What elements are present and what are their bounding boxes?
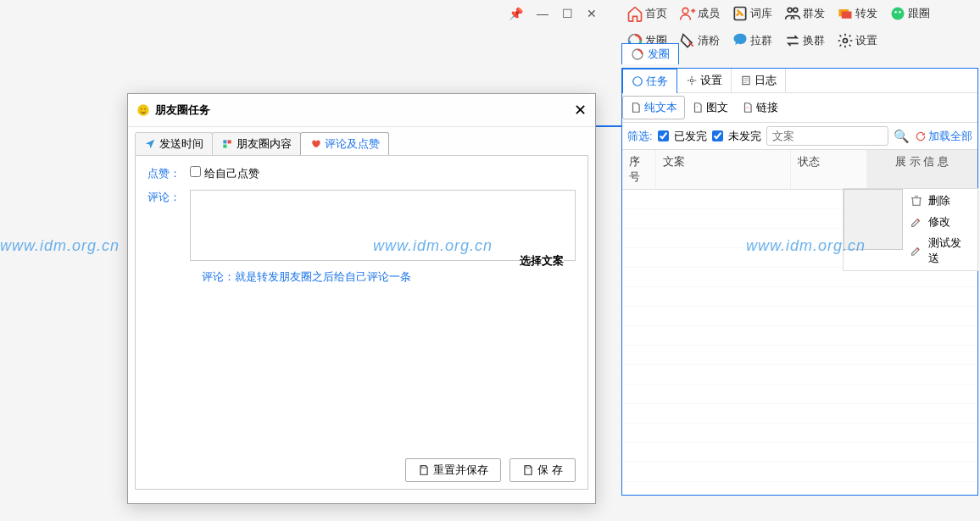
toolbar-mass-send[interactable]: 群发	[781, 3, 828, 24]
comment-row: 评论：	[148, 190, 576, 261]
svg-rect-5	[842, 12, 852, 19]
sub-tab-log-label: 日志	[754, 73, 777, 88]
svg-point-12	[633, 77, 643, 86]
svg-point-3	[793, 8, 798, 12]
save-button[interactable]: 保 存	[509, 458, 576, 482]
like-row: 点赞： 给自己点赞	[148, 166, 576, 181]
dialog-tab-send-time-label: 发送时间	[159, 136, 203, 152]
svg-rect-21	[223, 145, 226, 148]
reload-all-label: 加载全部	[928, 129, 972, 144]
toolbar-members[interactable]: 成员	[676, 3, 723, 24]
th-content: 文案	[656, 150, 791, 189]
dialog-tab-send-time[interactable]: 发送时间	[135, 132, 213, 155]
filter-unsent-checkbox[interactable]	[712, 130, 723, 141]
sub-tab-settings-label: 设置	[700, 73, 722, 88]
svg-point-17	[141, 108, 142, 109]
preview-thumbnail	[844, 189, 903, 250]
svg-point-7	[894, 11, 897, 13]
content-tab-image-text-label: 图文	[706, 100, 728, 115]
reload-all-button[interactable]: 加载全部	[915, 129, 972, 144]
sub-tab-log[interactable]: 日志	[732, 69, 786, 92]
toolbar-dictionary[interactable]: 词库	[728, 3, 776, 24]
th-status: 状态	[791, 150, 867, 189]
comment-hint: 评论：就是转发朋友圈之后给自己评论一条	[202, 269, 576, 285]
toolbar-swap-group[interactable]: 换群	[781, 30, 828, 51]
toolbar-pull-group[interactable]: 拉群	[728, 30, 776, 51]
dialog-titlebar: 朋友圈任务 ✕	[128, 94, 595, 127]
action-test-send[interactable]: 测试发送	[908, 234, 972, 268]
svg-point-15	[697, 106, 698, 107]
like-self-label: 给自己点赞	[204, 166, 259, 181]
toolbar-clean[interactable]: 清粉	[676, 30, 723, 51]
filter-unsent-label: 未发完	[728, 129, 761, 144]
dialog-tab-comment-like-label: 评论及点赞	[325, 136, 380, 152]
comment-textarea[interactable]	[190, 190, 576, 261]
action-delete[interactable]: 删除	[908, 191, 972, 210]
action-edit-label: 修改	[928, 214, 950, 230]
filter-label: 筛选:	[627, 129, 653, 144]
dialog-tab-comment-like[interactable]: 评论及点赞	[300, 132, 389, 155]
comment-label: 评论：	[148, 190, 190, 205]
action-edit[interactable]: 修改	[908, 213, 972, 231]
toolbar-mass-send-label: 群发	[803, 6, 825, 21]
toolbar-clean-label: 清粉	[698, 33, 720, 48]
action-panel: 删除 修改 测试发送	[843, 188, 978, 271]
save-label: 保 存	[537, 463, 563, 478]
toolbar-settings[interactable]: 设置	[833, 30, 881, 51]
toolbar-home[interactable]: 首页	[623, 3, 671, 24]
close-window-button[interactable]: ✕	[587, 7, 597, 20]
pin-icon[interactable]: 📌	[509, 7, 523, 20]
sub-tab-settings[interactable]: 设置	[677, 69, 732, 92]
toolbar-dictionary-label: 词库	[750, 6, 772, 21]
dialog-icon	[136, 103, 150, 117]
reset-save-label: 重置并保存	[433, 463, 488, 478]
sub-tab-task[interactable]: 任务	[622, 69, 677, 93]
svg-point-18	[144, 108, 145, 109]
toolbar-follow-circle-label: 跟圈	[908, 6, 930, 21]
filter-sent-checkbox[interactable]	[658, 130, 669, 141]
sub-tabs: 任务 设置 日志	[622, 69, 977, 93]
svg-rect-20	[228, 140, 231, 143]
dialog-tabs: 发送时间 朋友圈内容 评论及点赞	[128, 127, 595, 155]
moments-task-dialog: 朋友圈任务 ✕ 发送时间 朋友圈内容 评论及点赞 点赞： 给自己点赞 评论： 选…	[127, 93, 596, 504]
filter-search-input[interactable]	[766, 126, 888, 146]
dialog-body: 点赞： 给自己点赞 评论： 选择文案 评论：就是转发朋友圈之后给自己评论一条 重…	[135, 155, 588, 490]
toolbar-home-label: 首页	[645, 6, 667, 21]
minimize-button[interactable]: —	[537, 7, 548, 20]
svg-point-6	[892, 8, 905, 20]
like-label: 点赞：	[148, 166, 190, 181]
toolbar-follow-circle[interactable]: 跟圈	[886, 3, 933, 24]
maximize-button[interactable]: ☐	[562, 7, 573, 20]
content-tabs: 纯文本 图文 链接	[622, 93, 977, 123]
right-panel: 发圈 任务 设置 日志 纯文本 图文 链接 筛选: 已发完 未发完 🔍 加载全部…	[621, 68, 978, 496]
svg-point-2	[788, 8, 792, 12]
dialog-tab-content[interactable]: 朋友圈内容	[212, 132, 301, 155]
dialog-footer: 重置并保存 保 存	[405, 458, 576, 482]
filter-row: 筛选: 已发完 未发完 🔍 加载全部	[622, 123, 977, 150]
toolbar-forward-label: 转发	[855, 6, 877, 21]
table-header: 序号 文案 状态 展 示 信 息	[622, 150, 977, 190]
content-tab-text[interactable]: 纯文本	[622, 96, 685, 119]
panel-outer-tab-label: 发圈	[648, 47, 670, 62]
search-icon[interactable]: 🔍	[894, 129, 910, 144]
toolbar-settings-label: 设置	[855, 33, 877, 48]
svg-rect-19	[223, 140, 226, 143]
panel-outer-tab[interactable]: 发圈	[621, 43, 679, 64]
dialog-tab-content-label: 朋友圈内容	[237, 136, 292, 152]
reset-save-button[interactable]: 重置并保存	[405, 458, 501, 482]
svg-point-0	[682, 8, 688, 14]
toolbar-pull-group-label: 拉群	[750, 33, 772, 48]
content-tab-link-label: 链接	[756, 100, 778, 115]
content-tab-text-label: 纯文本	[644, 100, 677, 115]
sub-tab-task-label: 任务	[646, 74, 668, 89]
content-tab-link[interactable]: 链接	[735, 96, 785, 119]
toolbar-forward[interactable]: 转发	[833, 3, 881, 24]
like-self-checkbox[interactable]	[190, 166, 201, 177]
window-controls: 📌 — ☐ ✕	[509, 7, 597, 20]
action-delete-label: 删除	[928, 193, 950, 208]
action-test-send-label: 测试发送	[928, 236, 971, 266]
dialog-close-button[interactable]: ✕	[574, 101, 587, 119]
choose-text-button[interactable]: 选择文案	[520, 253, 564, 269]
svg-point-8	[899, 11, 901, 13]
content-tab-image-text[interactable]: 图文	[685, 96, 735, 119]
